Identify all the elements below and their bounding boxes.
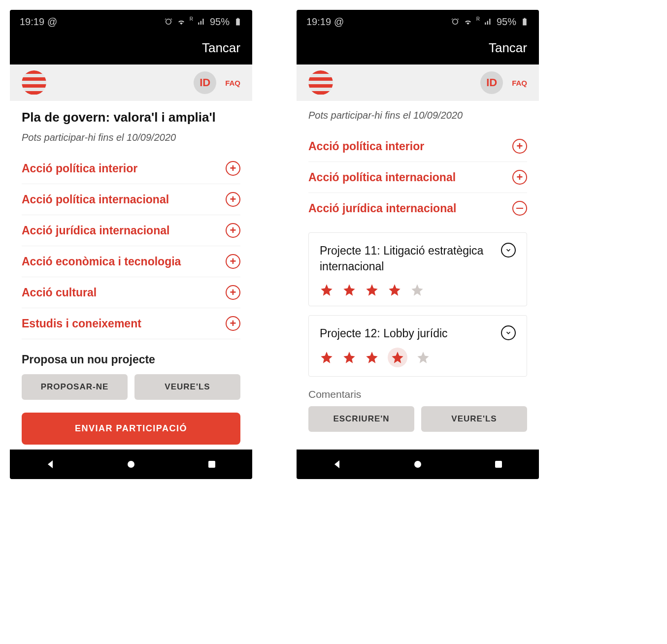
main-content: Pots participar-hi fins el 10/09/2020 Ac… <box>297 101 539 450</box>
plus-icon <box>226 192 240 207</box>
chevron-down-icon <box>505 329 512 336</box>
status-time-group: 19:19 @ <box>306 16 344 28</box>
star-highlight[interactable] <box>388 348 407 367</box>
status-icons: R 95% <box>164 16 242 28</box>
accordion-label: Estudis i coneixement <box>22 317 141 330</box>
status-bar: 19:19 @ R 95% <box>10 10 252 33</box>
star-icon[interactable] <box>410 283 424 297</box>
chevron-down-icon <box>505 247 512 254</box>
project-title: Projecte 12: Lobby jurídic <box>320 325 448 341</box>
accordion-label: Acció jurídica internacional <box>22 224 169 237</box>
back-icon[interactable] <box>331 458 343 470</box>
home-icon[interactable] <box>125 458 137 470</box>
svg-rect-1 <box>208 461 215 468</box>
accordion-item-0[interactable]: Acció política interior <box>22 153 240 184</box>
rating-stars[interactable] <box>320 351 516 367</box>
accordion-label: Acció política internacional <box>22 193 169 206</box>
star-icon[interactable] <box>320 283 334 297</box>
project-card-0: Projecte 11: Litigació estratègica inter… <box>308 232 527 306</box>
android-nav-bar <box>10 450 252 479</box>
star-icon[interactable] <box>365 351 379 364</box>
accordion-item-4[interactable]: Acció cultural <box>22 277 240 308</box>
view-comments-button[interactable]: VEURE'LS <box>421 406 527 432</box>
project-card-1: Projecte 12: Lobby jurídic <box>308 315 527 376</box>
app-header: ID FAQ <box>297 64 539 101</box>
expand-project-button[interactable] <box>501 325 516 340</box>
app-header: ID FAQ <box>10 64 252 101</box>
plus-icon <box>226 285 240 300</box>
accordion-item-1[interactable]: Acció política internacional <box>308 162 527 193</box>
battery-icon <box>233 17 242 26</box>
app-logo[interactable] <box>308 70 333 95</box>
propose-button[interactable]: PROPOSAR-NE <box>22 374 128 400</box>
accordion-item-0[interactable]: Acció política interior <box>308 131 527 162</box>
star-icon[interactable] <box>416 351 430 364</box>
signal-label: R <box>476 16 480 22</box>
status-at: @ <box>334 16 344 28</box>
home-icon[interactable] <box>412 458 424 470</box>
accordion-label: Acció cultural <box>22 286 97 299</box>
id-badge[interactable]: ID <box>194 71 216 94</box>
accordion-item-1[interactable]: Acció política internacional <box>22 184 240 215</box>
accordion-label: Acció política interior <box>22 162 137 175</box>
project-title: Projecte 11: Litigació estratègica inter… <box>320 243 494 274</box>
back-icon[interactable] <box>44 458 56 470</box>
main-content: Pla de govern: valora'l i amplia'l Pots … <box>10 101 252 450</box>
close-button[interactable]: Tancar <box>489 40 527 55</box>
accordion-label: Acció política interior <box>308 140 424 153</box>
submit-button[interactable]: ENVIAR PARTICIPACIÓ <box>22 413 240 445</box>
signal-label: R <box>190 16 193 22</box>
status-icons: R 95% <box>451 16 529 28</box>
status-at: @ <box>47 16 57 28</box>
rating-stars[interactable] <box>320 283 516 297</box>
star-icon[interactable] <box>388 283 401 297</box>
phone-right: 19:19 @ R 95% Tancar ID FAQ Pots partici… <box>297 10 539 479</box>
plus-icon <box>226 161 240 176</box>
star-icon[interactable] <box>320 351 334 364</box>
comments-heading: Comentaris <box>308 388 527 400</box>
star-icon[interactable] <box>365 283 379 297</box>
alarm-icon <box>164 17 173 26</box>
expand-project-button[interactable] <box>501 243 516 258</box>
plus-icon <box>226 223 240 238</box>
status-time: 19:19 <box>20 16 44 28</box>
recents-icon[interactable] <box>206 458 218 470</box>
page-subtitle: Pots participar-hi fins el 10/09/2020 <box>308 110 527 121</box>
accordion-item-2[interactable]: Acció jurídica internacional <box>308 193 527 224</box>
accordion-item-5[interactable]: Estudis i coneixement <box>22 308 240 339</box>
star-icon[interactable] <box>342 283 356 297</box>
accordion-label: Acció econòmica i tecnologia <box>22 255 181 268</box>
battery-icon <box>520 17 529 26</box>
plus-icon <box>226 254 240 269</box>
id-badge[interactable]: ID <box>480 71 503 94</box>
phone-left: 19:19 @ R 95% Tancar ID FAQ Pla de gover… <box>10 10 252 479</box>
propose-heading: Proposa un nou projecte <box>22 353 240 366</box>
view-proposals-button[interactable]: VEURE'LS <box>134 374 240 400</box>
plus-icon <box>226 316 240 331</box>
close-bar: Tancar <box>10 33 252 64</box>
battery-percent: 95% <box>497 16 516 28</box>
accordion-label: Acció jurídica internacional <box>308 202 456 215</box>
signal-icon <box>484 17 493 26</box>
close-bar: Tancar <box>297 33 539 64</box>
write-comment-button[interactable]: ESCRIURE'N <box>308 406 414 432</box>
accordion-item-3[interactable]: Acció econòmica i tecnologia <box>22 246 240 277</box>
accordion-item-2[interactable]: Acció jurídica internacional <box>22 215 240 246</box>
wifi-icon <box>177 17 186 26</box>
star-icon <box>391 351 404 364</box>
battery-percent: 95% <box>210 16 230 28</box>
app-logo[interactable] <box>22 70 46 95</box>
faq-link[interactable]: FAQ <box>512 79 527 87</box>
status-time-group: 19:19 @ <box>20 16 57 28</box>
faq-link[interactable]: FAQ <box>225 79 240 87</box>
svg-rect-3 <box>495 461 502 468</box>
alarm-icon <box>451 17 460 26</box>
page-subtitle: Pots participar-hi fins el 10/09/2020 <box>22 132 240 143</box>
recents-icon[interactable] <box>493 458 504 470</box>
star-icon[interactable] <box>342 351 356 364</box>
status-time: 19:19 <box>306 16 331 28</box>
close-button[interactable]: Tancar <box>202 40 240 55</box>
signal-icon <box>197 17 206 26</box>
svg-point-0 <box>128 461 134 468</box>
plus-icon <box>512 170 527 185</box>
